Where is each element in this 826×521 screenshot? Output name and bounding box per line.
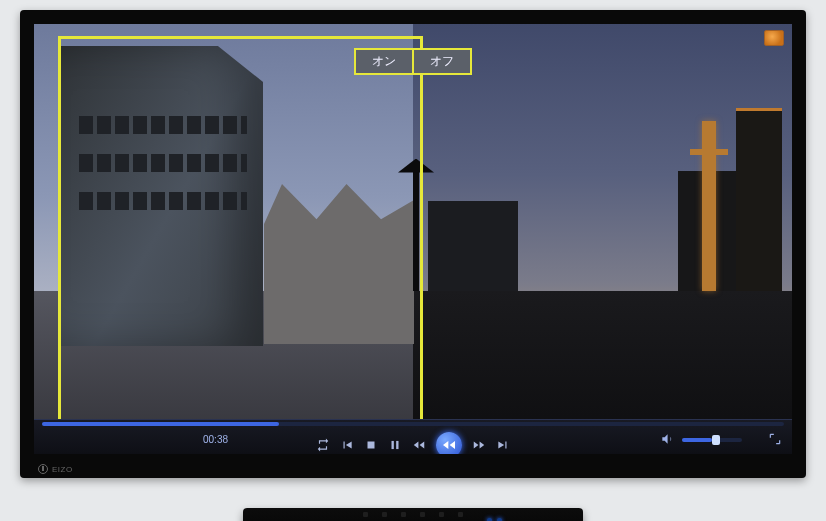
screen-content: オン オフ 00:38 <box>34 24 792 454</box>
pause-icon[interactable] <box>388 438 402 452</box>
tower-structure <box>702 121 716 291</box>
player-controls <box>316 432 510 454</box>
monitor-brand-label: EIZO <box>38 464 73 474</box>
step-back-icon[interactable] <box>412 438 426 452</box>
prev-track-icon[interactable] <box>340 438 354 452</box>
display-mode-icon[interactable] <box>764 30 784 46</box>
monitor-osd-buttons[interactable] <box>363 512 463 517</box>
svg-rect-0 <box>368 442 375 449</box>
street-lamp <box>413 171 419 291</box>
monitor-bezel: オン オフ 00:38 <box>20 10 806 478</box>
svg-rect-2 <box>396 441 398 449</box>
volume-fill <box>682 438 712 442</box>
repeat-icon[interactable] <box>316 438 330 452</box>
volume-thumb[interactable] <box>712 435 720 445</box>
toggle-on-button[interactable]: オン <box>356 50 412 73</box>
video-player-bar: 00:38 <box>34 419 792 454</box>
next-track-icon[interactable] <box>496 438 510 452</box>
rewind-main-button[interactable] <box>436 432 462 454</box>
current-time-label: 00:38 <box>203 434 228 445</box>
toggle-off-button[interactable]: オフ <box>412 50 470 73</box>
progress-track[interactable] <box>42 422 784 426</box>
building-right-1 <box>428 201 518 291</box>
building-main <box>58 46 263 346</box>
volume-slider[interactable] <box>682 438 742 442</box>
progress-fill <box>42 422 279 426</box>
svg-rect-1 <box>392 441 394 449</box>
monitor-stand <box>243 508 583 521</box>
building-right-3 <box>736 108 782 291</box>
step-forward-icon[interactable] <box>472 438 486 452</box>
on-off-toggle[interactable]: オン オフ <box>354 48 472 75</box>
stop-icon[interactable] <box>364 438 378 452</box>
speaker-icon[interactable] <box>660 432 674 446</box>
brand-logo-icon <box>38 464 48 474</box>
fullscreen-icon[interactable] <box>768 432 782 446</box>
